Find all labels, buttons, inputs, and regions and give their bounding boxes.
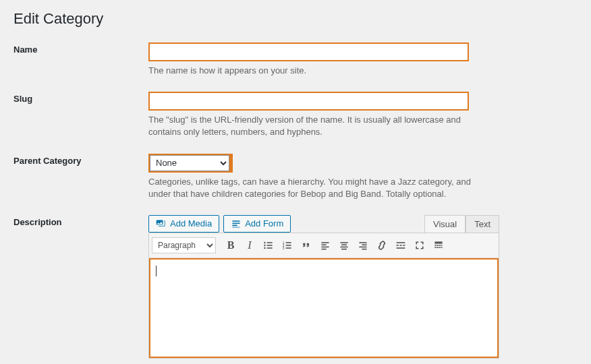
form-icon <box>231 218 242 229</box>
svg-rect-21 <box>362 244 366 245</box>
svg-rect-5 <box>267 247 273 249</box>
add-form-label: Add Form <box>245 218 283 229</box>
svg-rect-7 <box>286 242 291 243</box>
align-right-button[interactable] <box>354 236 372 255</box>
svg-rect-34 <box>434 247 436 248</box>
svg-rect-17 <box>341 244 347 245</box>
media-icon <box>156 218 167 229</box>
parent-select[interactable]: None <box>150 155 229 171</box>
numbered-list-button[interactable]: 123 <box>278 236 297 255</box>
svg-rect-22 <box>359 247 366 248</box>
svg-rect-30 <box>434 245 436 246</box>
svg-rect-37 <box>441 247 443 248</box>
svg-rect-14 <box>321 247 329 248</box>
add-media-label: Add Media <box>170 218 212 229</box>
add-media-button[interactable]: Add Media <box>148 215 219 233</box>
italic-button[interactable]: I <box>240 236 259 255</box>
bullet-list-button[interactable] <box>259 236 278 255</box>
blockquote-button[interactable] <box>297 236 316 255</box>
format-select[interactable]: Paragraph <box>152 237 216 253</box>
slug-input[interactable] <box>148 92 469 111</box>
slug-label: Slug <box>13 92 148 138</box>
toolbar-toggle-button[interactable] <box>429 236 448 255</box>
svg-text:3: 3 <box>283 247 285 250</box>
svg-rect-3 <box>267 245 273 246</box>
parent-label: Parent Category <box>13 154 148 200</box>
bold-button[interactable]: B <box>221 236 240 255</box>
svg-point-0 <box>264 242 265 243</box>
svg-rect-20 <box>359 242 366 243</box>
svg-rect-9 <box>286 245 291 246</box>
link-button[interactable] <box>372 236 391 255</box>
add-form-button[interactable]: Add Form <box>223 215 291 233</box>
name-label: Name <box>13 42 148 77</box>
svg-rect-32 <box>439 245 441 246</box>
editor-container: Paragraph B I 123 <box>148 233 499 359</box>
svg-rect-26 <box>399 245 401 246</box>
editor-toolbar: Paragraph B I 123 <box>149 233 499 258</box>
name-help: The name is how it appears on your site. <box>148 65 472 77</box>
svg-point-2 <box>264 245 265 246</box>
svg-point-4 <box>264 247 265 249</box>
align-left-button[interactable] <box>316 236 335 255</box>
svg-rect-18 <box>340 247 347 248</box>
parent-help: Categories, unlike tags, can have a hier… <box>148 176 472 200</box>
svg-rect-15 <box>321 249 326 250</box>
svg-rect-36 <box>439 247 441 248</box>
svg-rect-11 <box>286 247 291 249</box>
description-editor[interactable] <box>149 258 499 358</box>
svg-rect-33 <box>441 245 443 246</box>
description-label: Description <box>13 215 148 359</box>
name-input[interactable] <box>148 42 469 61</box>
svg-rect-1 <box>267 242 273 243</box>
svg-rect-31 <box>437 245 439 246</box>
fullscreen-button[interactable] <box>410 236 429 255</box>
svg-rect-13 <box>321 244 326 245</box>
svg-rect-29 <box>434 241 442 243</box>
slug-help: The "slug" is the URL-friendly version o… <box>148 114 472 138</box>
svg-rect-16 <box>340 242 347 243</box>
svg-rect-19 <box>341 249 347 250</box>
read-more-button[interactable] <box>391 236 410 255</box>
svg-rect-27 <box>403 245 405 246</box>
svg-rect-24 <box>397 242 405 243</box>
tab-visual[interactable]: Visual <box>424 215 466 233</box>
page-title: Edit Category <box>13 10 578 28</box>
svg-rect-12 <box>321 242 329 243</box>
svg-rect-28 <box>397 247 405 249</box>
svg-rect-25 <box>397 245 399 246</box>
svg-rect-35 <box>437 247 439 248</box>
tab-text[interactable]: Text <box>466 215 499 233</box>
align-center-button[interactable] <box>335 236 354 255</box>
svg-rect-23 <box>362 249 366 250</box>
text-cursor <box>156 266 157 276</box>
